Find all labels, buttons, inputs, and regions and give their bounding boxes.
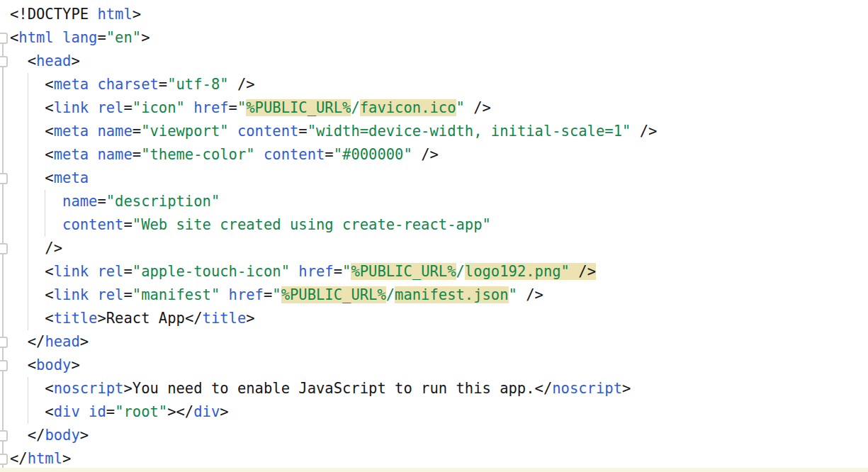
code-token: />: [10, 240, 62, 257]
code-token: >: [71, 356, 79, 373]
fold-marker[interactable]: [0, 337, 8, 348]
code-token: <: [10, 310, 54, 327]
code-token: <: [10, 99, 54, 116]
code-token: link: [54, 99, 89, 116]
code-token: ": [456, 99, 465, 116]
code-token: [185, 99, 193, 116]
code-token: [229, 123, 237, 140]
code-token: >: [246, 310, 254, 327]
code-line-5[interactable]: <link rel="icon" href="%PUBLIC_URL%/favi…: [0, 96, 868, 120]
code-token: ": [237, 99, 246, 116]
code-token: div: [54, 403, 80, 420]
code-token: /: [351, 99, 359, 116]
fold-marker[interactable]: [0, 243, 8, 254]
code-line-7[interactable]: <meta name="theme-color" content="#00000…: [0, 143, 868, 167]
code-line-17[interactable]: <noscript>You need to enable JavaScript …: [0, 377, 868, 400]
code-token: [54, 29, 62, 46]
code-token: "Web site created using create-react-app…: [133, 216, 491, 233]
code-area[interactable]: <!DOCTYPE html><html lang="en"> <head> <…: [0, 3, 868, 471]
code-line-10[interactable]: content="Web site created using create-r…: [0, 213, 868, 237]
fold-marker[interactable]: [0, 173, 8, 184]
code-token: </: [10, 450, 28, 467]
code-token: ": [342, 263, 351, 280]
code-token: "icon": [133, 99, 185, 116]
code-token: =: [133, 123, 141, 140]
code-token: <: [10, 123, 54, 140]
code-line-13[interactable]: <link rel="manifest" href="%PUBLIC_URL%/…: [0, 283, 868, 307]
code-token: =: [123, 263, 132, 280]
code-token: <!DOCTYPE: [10, 6, 97, 23]
highlighted-token: logo192.png: [465, 263, 561, 280]
code-token: href: [229, 286, 264, 303]
code-token: content: [237, 123, 298, 140]
code-token: html: [18, 29, 53, 46]
code-token: =: [123, 216, 132, 233]
code-token: content: [264, 146, 325, 163]
code-line-3[interactable]: <head>: [0, 50, 868, 73]
code-token: href: [193, 99, 228, 116]
fold-marker[interactable]: [0, 33, 8, 44]
fold-marker[interactable]: [0, 360, 8, 371]
code-line-12[interactable]: <link rel="apple-touch-icon" href="%PUBL…: [0, 260, 868, 283]
code-token: title: [54, 310, 98, 327]
code-token: =: [325, 146, 333, 163]
code-token: noscript: [552, 380, 622, 397]
code-line-4[interactable]: <meta charset="utf-8" />: [0, 73, 868, 96]
code-token: [10, 193, 62, 210]
fold-marker[interactable]: [0, 454, 8, 465]
code-editor[interactable]: <!DOCTYPE html><html lang="en"> <head> <…: [0, 0, 868, 472]
code-token: >: [220, 403, 228, 420]
code-line-2[interactable]: <html lang="en">: [0, 26, 868, 50]
code-token: html: [97, 6, 132, 23]
code-token: lang: [62, 29, 97, 46]
code-token: "#000000": [334, 146, 412, 163]
fold-marker[interactable]: [0, 430, 8, 442]
code-token: =: [334, 263, 342, 280]
code-token: =: [97, 193, 106, 210]
code-line-15[interactable]: </head>: [0, 330, 868, 354]
code-token: [80, 403, 89, 420]
code-token: rel: [97, 263, 123, 280]
code-token: meta: [54, 123, 89, 140]
code-token: React App: [106, 310, 185, 327]
code-token: ": [509, 286, 517, 303]
code-token: </: [185, 310, 203, 327]
code-token: div: [193, 403, 220, 420]
code-token: [89, 286, 97, 303]
code-token: ": [272, 286, 281, 303]
code-token: [220, 286, 228, 303]
code-token: />: [412, 146, 439, 163]
code-line-8[interactable]: <meta: [0, 167, 868, 190]
code-line-6[interactable]: <meta name="viewport" content="width=dev…: [0, 120, 868, 143]
code-token: "viewport": [141, 123, 228, 140]
fold-marker[interactable]: [0, 56, 8, 67]
code-token: >: [123, 380, 132, 397]
code-line-14[interactable]: <title>React App</title>: [0, 307, 868, 330]
code-token: <: [10, 146, 54, 163]
code-token: html: [28, 450, 62, 467]
code-token: >: [97, 310, 106, 327]
code-line-1[interactable]: <!DOCTYPE html>: [0, 3, 868, 26]
code-token: title: [203, 310, 247, 327]
code-token: name: [97, 146, 132, 163]
code-token: /: [386, 286, 395, 303]
code-token: head: [36, 52, 71, 69]
code-token: <: [10, 29, 18, 46]
code-token: >: [133, 6, 141, 23]
code-line-18[interactable]: <div id="root"></div>: [0, 400, 868, 424]
code-token: <: [10, 286, 54, 303]
code-token: [290, 263, 298, 280]
code-token: "width=device-width, initial-scale=1": [308, 123, 631, 140]
highlighted-token: manifest.json: [395, 286, 508, 303]
code-token: =: [229, 99, 237, 116]
code-line-9[interactable]: name="description": [0, 190, 868, 213]
code-token: =: [133, 146, 141, 163]
code-line-11[interactable]: />: [0, 237, 868, 260]
code-token: "theme-color": [141, 146, 254, 163]
code-line-16[interactable]: <body>: [0, 354, 868, 377]
code-token: name: [97, 123, 132, 140]
code-token: [89, 76, 97, 93]
code-line-19[interactable]: </body>: [0, 424, 868, 447]
code-token: meta: [54, 76, 89, 93]
code-token: <: [10, 52, 36, 69]
